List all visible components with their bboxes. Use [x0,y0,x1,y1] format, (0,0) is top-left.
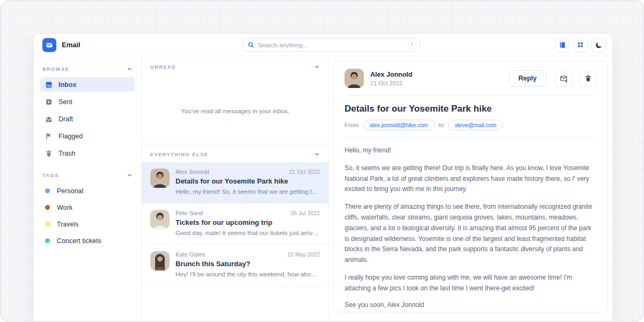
body-paragraph: I really hope you love coming along with… [345,273,597,294]
search-icon [247,41,254,48]
topbar-actions [555,38,606,52]
sidebar-item-trash[interactable]: Trash [40,146,135,160]
search-bar[interactable]: / [242,38,420,52]
to-label: to [439,122,444,128]
browse-section-header: BROWSE [40,64,135,77]
tag-dot [45,188,50,193]
tag-dot [45,205,50,210]
unread-section: UNREAD You've read all messages in your … [142,56,328,144]
flag-icon [45,133,53,140]
moon-icon [595,41,603,49]
message-subject: Tickets for our upcoming trip [175,218,320,226]
to-email-pill[interactable]: steve@mail.com [448,120,503,130]
detail-header: Alex Jonnold 21 Oct 2022 Reply [345,69,597,96]
sidebar-item-label: Inbox [58,81,76,89]
forward-email-button[interactable] [555,71,573,86]
sidebar-item-flagged[interactable]: Flagged [40,129,135,143]
sidebar-item-inbox[interactable]: Inbox [40,77,135,92]
message-summary: Alex Jonnold 21 Oct 2022 Details for our… [175,169,320,197]
message-preview: Hello, my friend! So, it seems that we a… [175,188,320,195]
avatar [150,210,170,229]
everything-else-label: EVERYTHING ELSE [150,152,208,157]
message-sender: Kate Gates [175,251,205,258]
unread-label: UNREAD [150,64,176,70]
tag-label: Work [57,204,72,211]
inbox-empty-message: You've read all messages in your inbox. [142,108,328,114]
draft-icon [45,115,53,123]
message-subject: Brunch this Saturday? [175,260,320,268]
message-date: 16 May 2022 [287,251,320,258]
message-date: 06 Jul 2022 [291,210,320,216]
tag-label: Concert tickets [57,237,101,245]
message-sender: Alex Jonnold [175,169,209,175]
email-detail-panel: Alex Jonnold 21 Oct 2022 Reply [329,56,612,322]
chevron-down-icon[interactable] [127,66,133,72]
desktop-background: Email / [0,0,644,322]
message-row-alex[interactable]: Alex Jonnold 21 Oct 2022 Details for our… [142,162,328,203]
avatar [150,169,170,188]
search-input[interactable] [258,42,404,48]
unread-section-header: UNREAD [142,56,328,74]
email-body: Hello, my friend! So, it seems we are ge… [345,138,597,312]
sidebar-item-label: Flagged [58,133,83,140]
sidebar: BROWSE Inbox [34,56,141,322]
brand: Email [42,38,155,52]
message-summary: Pete Sand 06 Jul 2022 Tickets for our up… [175,210,320,239]
tag-label: Personal [57,187,83,195]
body-paragraph: So, it seems we are getting there! Our t… [345,163,597,195]
reading-list-button[interactable] [555,38,569,52]
tag-dot [45,238,50,243]
email-app-window: Email / [33,33,613,322]
message-row-kate[interactable]: Kate Gates 16 May 2022 Brunch this Satur… [142,245,328,286]
sidebar-item-draft[interactable]: Draft [40,112,135,126]
book-icon [559,41,566,49]
email-signoff: See you soon, Alex Jonnold [345,301,597,312]
from-label: From [345,122,359,128]
message-date: 21 Oct 2022 [289,169,320,175]
tag-dot [45,222,50,226]
tags-section: TAGS Personal Work [40,170,135,248]
delete-email-button[interactable] [579,71,597,86]
chevron-down-icon[interactable] [314,64,320,70]
email-logo-icon [42,38,56,52]
tag-item-work[interactable]: Work [40,200,135,215]
message-preview: Hey! I'll be around the city this weeken… [175,271,320,277]
detail-sender-name: Alex Jonnold [370,71,502,78]
tags-label: TAGS [42,173,59,178]
tag-label: Travels [57,221,79,228]
dark-mode-button[interactable] [591,38,606,52]
avatar [345,69,364,88]
inbox-icon [45,81,53,89]
avatar [150,251,170,270]
body-paragraph: Hello, my friend! [345,145,597,156]
email-subject: Details for our Yosemite Park hike [345,104,597,114]
sidebar-item-label: Trash [58,150,76,157]
trash-icon [45,150,53,157]
detail-sender-block: Alex Jonnold 21 Oct 2022 [370,71,502,86]
message-preview: Good day, mate! It seems that our ticket… [175,230,320,236]
apps-grid-button[interactable] [573,38,588,52]
main-columns: BROWSE Inbox [34,56,612,322]
search-area: / [155,38,555,52]
subject-block: Details for our Yosemite Park hike From … [345,96,597,138]
chevron-down-icon[interactable] [314,151,320,157]
from-to-row: From alex.jonnold@hike.com to steve@mail… [345,120,597,130]
tag-item-travels[interactable]: Travels [40,217,135,231]
message-list-column: UNREAD You've read all messages in your … [141,56,329,322]
app-title: Email [62,41,80,49]
from-email-pill[interactable]: alex.jonnold@hike.com [363,120,435,130]
sent-icon [45,98,53,106]
tag-item-personal[interactable]: Personal [40,184,135,198]
trash-icon [584,75,592,82]
sidebar-item-label: Sent [58,98,72,106]
sidebar-item-sent[interactable]: Sent [40,94,135,109]
tag-item-concert-tickets[interactable]: Concert tickets [40,233,135,248]
browse-label: BROWSE [42,67,69,72]
reply-button[interactable]: Reply [509,70,546,86]
topbar: Email / [34,34,612,56]
envelope-forward-icon [560,75,568,83]
grid-icon [577,41,584,48]
message-row-pete[interactable]: Pete Sand 06 Jul 2022 Tickets for our up… [142,203,328,245]
detail-date: 21 Oct 2022 [370,80,502,86]
chevron-down-icon[interactable] [127,172,133,178]
